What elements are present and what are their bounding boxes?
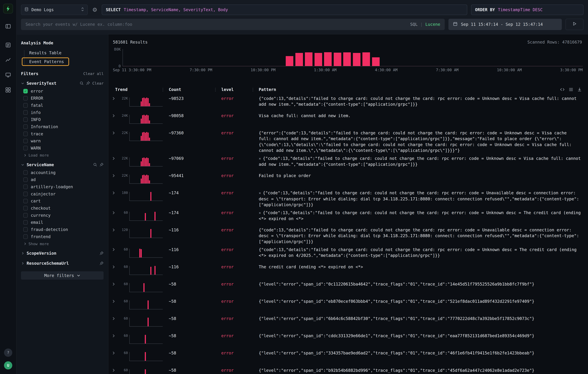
- checkbox[interactable]: [23, 131, 28, 136]
- filter-checkbox-item[interactable]: error: [21, 88, 104, 95]
- search-icon[interactable]: [93, 163, 97, 167]
- analysis-mode-event-patterns[interactable]: Event Patterns: [22, 58, 69, 66]
- pin-icon[interactable]: [99, 261, 104, 265]
- filter-checkbox-item[interactable]: currency: [21, 212, 104, 219]
- pattern-row[interactable]: 22K~98523error{"code":13,"details":"fail…: [111, 93, 583, 111]
- language-sql-option[interactable]: SQL: [410, 22, 418, 27]
- row-expand-icon[interactable]: [111, 96, 118, 101]
- checkbox[interactable]: [23, 89, 28, 93]
- filter-group-name[interactable]: SeverityText: [27, 81, 56, 86]
- row-expand-icon[interactable]: [111, 316, 118, 322]
- row-expand-icon[interactable]: [111, 173, 118, 179]
- histogram-bar[interactable]: [372, 57, 380, 66]
- column-header-count[interactable]: Count⋮: [169, 87, 221, 92]
- row-expand-icon[interactable]: [111, 156, 118, 161]
- pattern-row[interactable]: 22K~97069error×{"code":13,"details":"fai…: [111, 153, 583, 171]
- filter-checkbox-item[interactable]: ad: [21, 176, 104, 183]
- pattern-text[interactable]: {"level":"error","span_id":"334357bae9ed…: [259, 350, 583, 356]
- pattern-row[interactable]: 24K~98058errorVisa cache full: cannot ad…: [111, 111, 583, 128]
- pin-icon[interactable]: [86, 81, 90, 85]
- row-density-icon[interactable]: [568, 87, 573, 92]
- pin-icon[interactable]: [99, 251, 104, 255]
- row-expand-icon[interactable]: [111, 227, 118, 233]
- row-expand-icon[interactable]: [111, 350, 118, 356]
- pattern-row[interactable]: 60~58error{"level":"error","span_id":"eb…: [111, 296, 583, 313]
- code-view-icon[interactable]: [560, 87, 565, 92]
- pattern-text[interactable]: Failed to place order: [259, 173, 583, 179]
- pattern-row[interactable]: 120~116error{"code":13,"details":"failed…: [111, 225, 583, 245]
- filter-checkbox-item[interactable]: trace: [21, 130, 104, 138]
- pattern-text[interactable]: {"level":"error","span_id":"cddc331329e6…: [259, 333, 583, 339]
- chart-explorer-icon[interactable]: [3, 55, 13, 65]
- search-logs-icon[interactable]: [3, 40, 13, 50]
- sessions-monitor-icon[interactable]: [3, 70, 13, 80]
- pattern-row[interactable]: 60~58error{"level":"error","span_id":"b9…: [111, 365, 583, 374]
- filter-checkbox-item[interactable]: fatal: [21, 102, 104, 109]
- pattern-text[interactable]: {"code":13,"details":"failed to charge c…: [259, 247, 583, 258]
- app-logo-icon[interactable]: [3, 4, 13, 13]
- filter-checkbox-item[interactable]: email: [21, 219, 104, 226]
- row-expand-icon[interactable]: [111, 210, 118, 216]
- download-icon[interactable]: [577, 87, 582, 92]
- pattern-row[interactable]: 60~116errorThe credit card (ending <*> e…: [111, 262, 583, 279]
- filter-checkbox-item[interactable]: warn: [21, 137, 104, 145]
- checkbox[interactable]: [23, 234, 28, 239]
- pattern-row[interactable]: 60~58error{"level":"error","span_id":"0c…: [111, 279, 583, 296]
- row-expand-icon[interactable]: [111, 130, 118, 136]
- filter-checkbox-item[interactable]: WARN: [21, 145, 104, 152]
- histogram-bar[interactable]: [315, 53, 322, 66]
- search-input[interactable]: [25, 22, 407, 27]
- filter-checkbox-item[interactable]: artillery-loadgen: [21, 183, 104, 191]
- pattern-row[interactable]: 22K~95441errorFailed to place order: [111, 171, 583, 188]
- user-avatar[interactable]: U: [4, 361, 12, 370]
- pattern-row[interactable]: 180~174error×{"code":13,"details":"faile…: [111, 188, 583, 208]
- filter-checkbox-item[interactable]: Information: [21, 123, 104, 130]
- chevron-right-icon[interactable]: [21, 262, 24, 265]
- column-header-pattern[interactable]: Pattern: [259, 87, 583, 92]
- filter-checkbox-item[interactable]: INFO: [21, 116, 104, 123]
- checkbox[interactable]: [23, 124, 28, 129]
- filter-checkbox-item[interactable]: cart: [21, 197, 104, 205]
- clear-all-filters-button[interactable]: Clear all: [83, 71, 104, 76]
- checkbox[interactable]: [23, 227, 28, 232]
- chevron-down-icon[interactable]: [21, 163, 24, 166]
- pattern-row[interactable]: 60~174error×{"code":13,"details":"failed…: [111, 208, 583, 225]
- pattern-text[interactable]: ×{"code":13,"details":"failed to charge …: [259, 190, 583, 208]
- event-search-box[interactable]: SQL | Lucene: [21, 19, 445, 30]
- checkbox[interactable]: [23, 199, 28, 203]
- pattern-text[interactable]: Visa cache full: cannot add new item.: [259, 113, 583, 119]
- exclude-icon[interactable]: ×: [259, 211, 261, 215]
- row-expand-icon[interactable]: [111, 247, 118, 253]
- pattern-text[interactable]: {"code":13,"details":"failed to charge c…: [259, 96, 583, 107]
- filter-checkbox-item[interactable]: fraud-detection: [21, 226, 104, 233]
- pattern-text[interactable]: ×{"code":13,"details":"failed to charge …: [259, 210, 583, 222]
- filter-checkbox-item[interactable]: ERROR: [21, 95, 104, 102]
- checkbox[interactable]: [23, 184, 28, 189]
- histogram-bar[interactable]: [286, 56, 293, 66]
- pattern-text[interactable]: The credit card (ending <*> expired on <…: [259, 264, 583, 270]
- histogram-plot-area[interactable]: [123, 49, 583, 66]
- analysis-mode-results-table[interactable]: Results Table: [22, 49, 67, 57]
- filter-group-name[interactable]: ScopeVersion: [27, 251, 56, 256]
- checkbox[interactable]: [23, 110, 28, 115]
- column-header-trend[interactable]: Trend⋮: [111, 87, 169, 92]
- histogram-bar[interactable]: [305, 52, 313, 66]
- pattern-text[interactable]: ×{"code":13,"details":"failed to charge …: [259, 156, 583, 167]
- load-more-button[interactable]: Show more: [21, 240, 104, 247]
- checkbox[interactable]: [23, 213, 28, 218]
- row-expand-icon[interactable]: [111, 113, 118, 119]
- pattern-row[interactable]: 60~116error{"code":13,"details":"failed …: [111, 245, 583, 262]
- pattern-text[interactable]: {"level":"error","span_id":"eb870ecef063…: [259, 298, 583, 304]
- order-by-input[interactable]: ORDER BY TimestampTime DESC: [471, 5, 584, 15]
- row-expand-icon[interactable]: [111, 333, 118, 339]
- row-expand-icon[interactable]: [111, 190, 118, 196]
- row-expand-icon[interactable]: [111, 367, 118, 373]
- pattern-text[interactable]: {"level":"error","span_id":"0c11220615ba…: [259, 281, 583, 287]
- results-histogram[interactable]: 80K 0 Sep 11 3:30:00 PM7:30:00 PM10:30:0…: [113, 49, 583, 72]
- filter-checkbox-item[interactable]: cainjector: [21, 190, 104, 197]
- source-select[interactable]: Demo Logs: [21, 5, 88, 15]
- run-query-button[interactable]: [566, 19, 584, 30]
- search-icon[interactable]: [80, 81, 84, 85]
- gear-icon[interactable]: ⚙: [92, 7, 98, 13]
- pattern-text[interactable]: {"level":"error","span_id":"b92b54b6882b…: [259, 367, 583, 373]
